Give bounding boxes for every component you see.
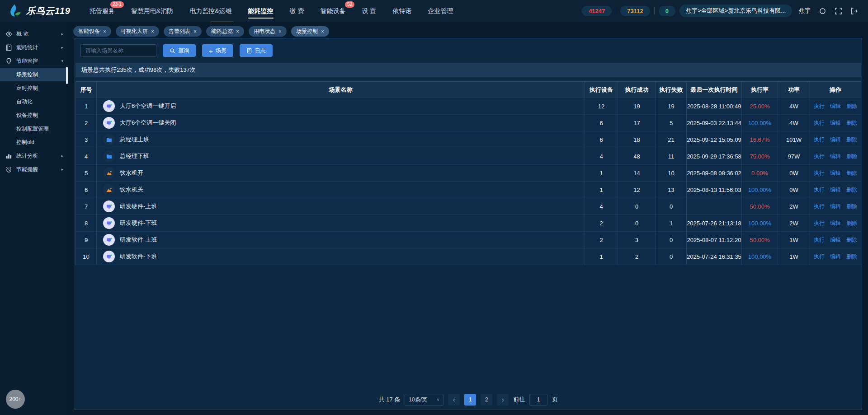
close-icon[interactable]: × (103, 29, 106, 34)
execute-link[interactable]: 执行 (814, 219, 825, 227)
execute-link[interactable]: 执行 (814, 253, 825, 261)
edit-link[interactable]: 编辑 (830, 136, 841, 144)
execute-link[interactable]: 执行 (814, 103, 825, 110)
row-index: 10 (76, 248, 97, 265)
exec-devices: 12 (585, 98, 618, 114)
goto-page-input[interactable] (529, 394, 547, 406)
column-header-4: 执行失败 (656, 82, 687, 98)
delete-link[interactable]: 删除 (846, 253, 857, 261)
chevron-right-icon: ▸ (61, 45, 63, 50)
edit-link[interactable]: 编辑 (830, 103, 841, 110)
sidebar-subitem-2-3[interactable]: 设备控制 (0, 108, 68, 122)
sidebar-item-4[interactable]: 节能提醒▸ (0, 163, 68, 176)
last-exec-time: 2025-09-12 15:05:09 (687, 131, 742, 148)
tab-5[interactable]: 场景控制× (291, 26, 329, 37)
row-actions: 执行编辑删除 (810, 148, 861, 164)
last-exec-time: 2025-09-29 17:36:58 (687, 148, 742, 164)
edit-link[interactable]: 编辑 (830, 153, 841, 160)
sidebar-scrollbar[interactable] (66, 67, 68, 84)
close-icon[interactable]: × (278, 29, 282, 34)
tab-0[interactable]: 智能设备× (73, 26, 111, 37)
theme-circle-icon[interactable] (816, 5, 828, 17)
nav-item-7[interactable]: 依特诺 (392, 0, 411, 22)
stat-pill-1[interactable]: 73112 (620, 6, 650, 16)
log-button[interactable]: 日志 (240, 44, 273, 57)
edit-link[interactable]: 编辑 (830, 253, 841, 261)
sidebar-item-2[interactable]: 节能管控▾ (0, 54, 68, 68)
nav-item-2[interactable]: 电力监控&运维 (189, 0, 231, 22)
execute-link[interactable]: 执行 (814, 153, 825, 160)
nav-item-0[interactable]: 托管服务23-1 (90, 0, 115, 22)
nav-item-label: 依特诺 (392, 7, 411, 14)
sidebar-item-0[interactable]: 概 览▸ (0, 27, 68, 41)
delete-link[interactable]: 删除 (846, 203, 857, 210)
execute-link[interactable]: 执行 (814, 236, 825, 244)
page-button-2[interactable]: 2 (481, 394, 492, 406)
nav-item-6[interactable]: 设 置 (362, 0, 376, 22)
nav-item-3[interactable]: 能耗监控 (248, 0, 274, 22)
scene-name-search-input[interactable] (80, 44, 156, 57)
nav-item-8[interactable]: 企业管理 (428, 0, 453, 22)
nav-item-4[interactable]: 缴 费 (290, 0, 304, 22)
sidebar-item-3[interactable]: 统计分析▸ (0, 149, 68, 163)
goto-label: 前往 (513, 396, 525, 404)
chevron-down-icon: ▾ (61, 59, 63, 63)
delete-link[interactable]: 删除 (846, 153, 857, 160)
stat-pill-2[interactable]: 0 (659, 6, 675, 16)
next-page-button[interactable]: › (497, 394, 509, 406)
edit-link[interactable]: 编辑 (830, 203, 841, 210)
delete-link[interactable]: 删除 (846, 186, 857, 194)
scene-name: 研发硬件-上班 (120, 202, 157, 210)
close-icon[interactable]: × (193, 29, 197, 34)
exec-devices: 6 (585, 115, 618, 131)
delete-link[interactable]: 删除 (846, 119, 857, 127)
nav-item-5[interactable]: 智能设备52 (320, 0, 345, 22)
sidebar-subitem-2-2[interactable]: 自动化 (0, 95, 68, 108)
notification-count-badge[interactable]: 200+ (6, 390, 25, 409)
query-button[interactable]: 查询 (163, 44, 196, 57)
add-scene-button[interactable]: + 场景 (202, 44, 233, 57)
page-button-1[interactable]: 1 (464, 394, 476, 406)
edit-link[interactable]: 编辑 (830, 236, 841, 244)
close-icon[interactable]: × (236, 29, 239, 34)
edit-link[interactable]: 编辑 (830, 169, 841, 177)
sidebar-subitem-2-0[interactable]: 场景控制 (0, 68, 68, 81)
delete-link[interactable]: 删除 (846, 219, 857, 227)
edit-link[interactable]: 编辑 (830, 119, 841, 127)
exec-devices: 4 (585, 148, 618, 164)
tab-1[interactable]: 可视化大屏× (116, 26, 159, 37)
prev-page-button[interactable]: ‹ (448, 394, 460, 406)
delete-link[interactable]: 删除 (846, 136, 857, 144)
delete-link[interactable]: 删除 (846, 103, 857, 110)
user-name[interactable]: 焦宇 (799, 7, 811, 15)
tab-4[interactable]: 用电状态× (249, 26, 287, 37)
execute-link[interactable]: 执行 (814, 186, 825, 194)
table-row: 6 饮水机关 1 12 13 2025-08-13 11:56:03 100.0… (76, 181, 861, 198)
logout-icon[interactable] (848, 5, 860, 17)
execute-link[interactable]: 执行 (814, 169, 825, 177)
delete-link[interactable]: 删除 (846, 169, 857, 177)
page-size-select[interactable]: 10条/页 ∨ (405, 394, 443, 406)
execute-link[interactable]: 执行 (814, 136, 825, 144)
sidebar-item-1[interactable]: 能耗统计▸ (0, 41, 68, 54)
close-icon[interactable]: × (321, 29, 324, 34)
edit-link[interactable]: 编辑 (830, 219, 841, 227)
stat-pill-0[interactable]: 41247 (582, 6, 612, 16)
tab-3[interactable]: 能耗总览× (206, 26, 244, 37)
close-icon[interactable]: × (151, 29, 154, 34)
sidebar-subitem-2-5[interactable]: 控制old (0, 135, 68, 149)
row-index: 3 (76, 131, 97, 148)
sidebar-subitem-2-1[interactable]: 定时控制 (0, 81, 68, 95)
execute-link[interactable]: 执行 (814, 203, 825, 210)
org-breadcrumb[interactable]: 焦宇>全部区域>新北京乐鸟科技有限... (679, 5, 792, 17)
nav-item-1[interactable]: 智慧用电&消防 (131, 0, 173, 22)
exec-rate: 100.00% (742, 215, 778, 231)
edit-link[interactable]: 编辑 (830, 186, 841, 194)
top-navbar: 乐鸟云119 托管服务23-1智慧用电&消防电力监控&运维能耗监控缴 费智能设备… (0, 0, 868, 22)
execute-link[interactable]: 执行 (814, 119, 825, 127)
fullscreen-icon[interactable] (832, 5, 844, 17)
sidebar-subitem-2-4[interactable]: 控制配置管理 (0, 122, 68, 135)
power: 2W (778, 215, 810, 231)
delete-link[interactable]: 删除 (846, 236, 857, 244)
tab-2[interactable]: 告警列表× (164, 26, 202, 37)
